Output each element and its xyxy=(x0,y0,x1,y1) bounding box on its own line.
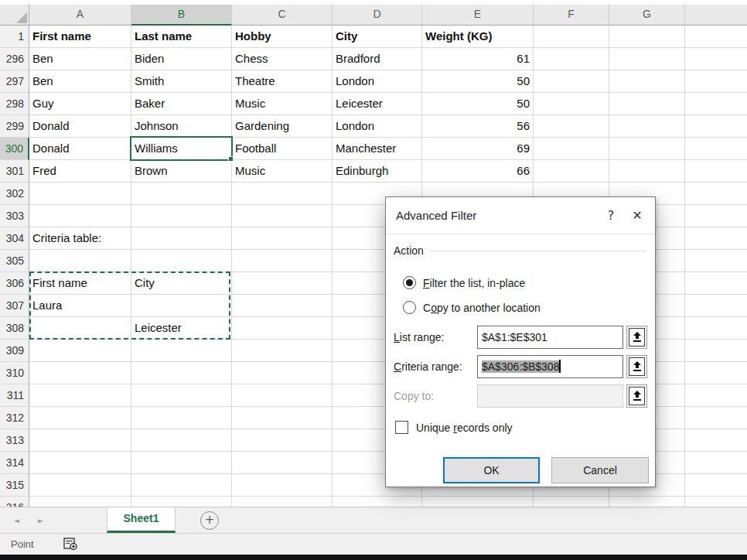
cell-H302[interactable] xyxy=(685,183,747,205)
row-header-306[interactable]: 306 xyxy=(0,272,29,295)
cell-H306[interactable] xyxy=(685,272,747,295)
cell-H298[interactable] xyxy=(685,93,747,115)
cell-F316[interactable] xyxy=(534,497,609,507)
cell-C310[interactable] xyxy=(232,362,333,384)
cell-B307[interactable] xyxy=(131,295,232,317)
cell-A309[interactable] xyxy=(29,340,131,362)
cell-C313[interactable] xyxy=(232,429,333,452)
cell-H296[interactable] xyxy=(685,48,747,70)
cell-C312[interactable] xyxy=(232,407,333,429)
cell-C308[interactable] xyxy=(232,317,333,340)
list-range-input[interactable]: $A$1:$E$301 xyxy=(477,326,623,349)
cell-B308[interactable]: Leicester xyxy=(131,317,232,340)
row-header-311[interactable]: 311 xyxy=(0,384,29,407)
cell-B300[interactable]: Williams xyxy=(131,138,232,160)
cell-A312[interactable] xyxy=(29,407,131,429)
row-header-300[interactable]: 300 xyxy=(0,138,29,160)
cell-A315[interactable] xyxy=(29,474,131,497)
cell-G296[interactable] xyxy=(609,48,685,70)
cell-H300[interactable] xyxy=(685,138,747,160)
cell-H299[interactable] xyxy=(685,115,747,138)
row-header-314[interactable]: 314 xyxy=(0,452,29,474)
cell-H314[interactable] xyxy=(685,452,747,474)
cell-H310[interactable] xyxy=(685,362,747,384)
cell-D299[interactable]: London xyxy=(333,115,422,138)
cell-A314[interactable] xyxy=(29,452,131,474)
row-header-304[interactable]: 304 xyxy=(0,227,29,250)
cancel-button[interactable]: Cancel xyxy=(551,457,649,483)
cell-C316[interactable] xyxy=(232,497,333,507)
dialog-titlebar[interactable]: Advanced Filter ? ✕ xyxy=(386,197,655,234)
cell-A311[interactable] xyxy=(29,384,131,407)
cell-C309[interactable] xyxy=(232,340,333,362)
cell-D316[interactable] xyxy=(333,497,422,507)
col-header-B[interactable]: B xyxy=(131,5,232,26)
cell-F297[interactable] xyxy=(534,70,609,93)
cell-G300[interactable] xyxy=(609,138,685,160)
cell-C302[interactable] xyxy=(232,183,333,205)
cell-A298[interactable]: Guy xyxy=(29,93,131,115)
row-header-315[interactable]: 315 xyxy=(0,474,29,497)
cell-B304[interactable] xyxy=(131,227,232,250)
cell-A304[interactable]: Criteria table: xyxy=(29,227,131,250)
cell-B299[interactable]: Johnson xyxy=(131,115,232,138)
cell-C296[interactable]: Chess xyxy=(232,48,333,70)
list-range-collapse-button[interactable] xyxy=(626,326,647,349)
cell-H313[interactable] xyxy=(685,429,747,452)
help-icon[interactable]: ? xyxy=(598,208,624,223)
cell-H311[interactable] xyxy=(685,384,747,407)
row-header-299[interactable]: 299 xyxy=(0,115,29,138)
cell-B305[interactable] xyxy=(131,250,232,272)
sheet-nav-prev-icon[interactable]: ◄ xyxy=(14,517,19,524)
cell-B296[interactable]: Biden xyxy=(131,48,232,70)
row-header-309[interactable]: 309 xyxy=(0,340,29,362)
cell-C300[interactable]: Football xyxy=(232,138,333,160)
cell-E300[interactable]: 69 xyxy=(422,138,534,160)
col-header-D[interactable]: D xyxy=(333,5,422,26)
cell-B312[interactable] xyxy=(131,407,232,429)
cell-H309[interactable] xyxy=(685,340,747,362)
cell-D296[interactable]: Bradford xyxy=(333,48,422,70)
cell-F299[interactable] xyxy=(534,115,609,138)
criteria-range-input[interactable]: $A$306:$B$308 xyxy=(477,355,623,378)
ok-button[interactable]: OK xyxy=(443,457,540,483)
cell-C299[interactable]: Gardening xyxy=(232,115,333,138)
cell-H307[interactable] xyxy=(685,295,747,317)
cell-B306[interactable]: City xyxy=(131,272,232,295)
cell-G297[interactable] xyxy=(609,70,685,93)
cell-F296[interactable] xyxy=(534,48,609,70)
cell-C315[interactable] xyxy=(232,474,333,497)
cell-E296[interactable]: 61 xyxy=(422,48,534,70)
cell-H301[interactable] xyxy=(685,160,747,183)
cell-E299[interactable]: 56 xyxy=(422,115,534,138)
cell-C304[interactable] xyxy=(232,227,333,250)
cell-D300[interactable]: Manchester xyxy=(333,138,422,160)
cell-A316[interactable] xyxy=(29,497,131,507)
cell-F1[interactable] xyxy=(534,26,609,48)
cell-F300[interactable] xyxy=(534,138,609,160)
radio-filter-in-place[interactable]: Filter the list, in-place xyxy=(403,276,525,289)
cell-A302[interactable] xyxy=(29,183,131,205)
col-header-E[interactable]: E xyxy=(422,5,534,26)
select-all-corner[interactable] xyxy=(0,5,29,26)
cell-E298[interactable]: 50 xyxy=(422,93,534,115)
cell-G299[interactable] xyxy=(609,115,685,138)
cell-A306[interactable]: First name xyxy=(29,272,131,295)
cell-A300[interactable]: Donald xyxy=(29,138,131,160)
cell-A308[interactable] xyxy=(29,317,131,340)
radio-copy-to-location[interactable]: Copy to another location xyxy=(403,301,541,314)
tab-sheet1[interactable]: Sheet1 xyxy=(107,507,176,533)
cell-E1[interactable]: Weight (KG) xyxy=(422,26,534,48)
cell-C314[interactable] xyxy=(232,452,333,474)
row-header-307[interactable]: 307 xyxy=(0,295,29,317)
copy-to-collapse-button[interactable] xyxy=(626,384,647,408)
cell-A301[interactable]: Fred xyxy=(29,160,131,183)
cell-B315[interactable] xyxy=(131,474,232,497)
cell-F298[interactable] xyxy=(534,93,609,115)
cell-B297[interactable]: Smith xyxy=(131,70,232,93)
row-header-301[interactable]: 301 xyxy=(0,160,29,183)
cell-A1[interactable]: First name xyxy=(29,26,131,48)
col-header-C[interactable]: C xyxy=(232,5,333,26)
cell-A310[interactable] xyxy=(29,362,131,384)
cell-B303[interactable] xyxy=(131,205,232,227)
